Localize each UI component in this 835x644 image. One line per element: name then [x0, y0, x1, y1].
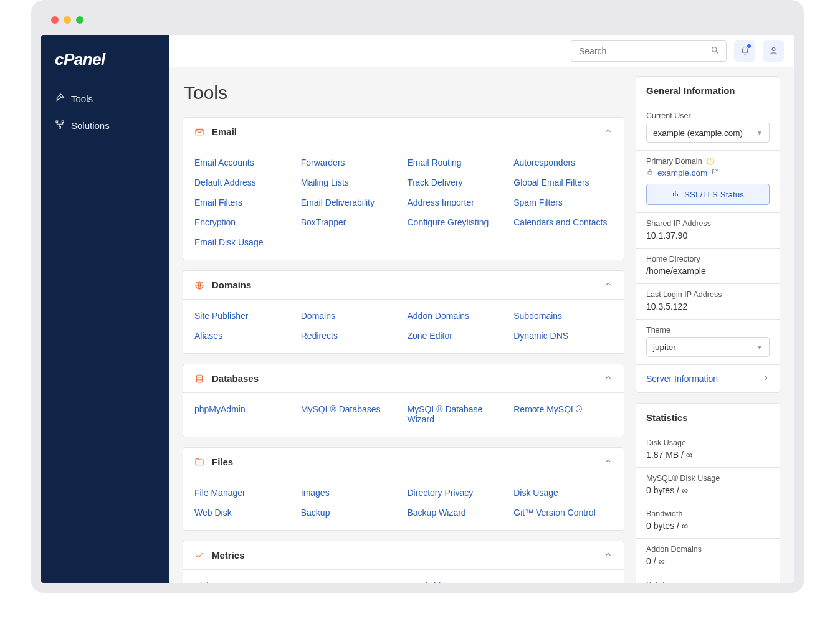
stat-row: Addon Domains0 / ∞ [636, 539, 780, 574]
tool-link[interactable]: Disk Usage [513, 488, 613, 498]
tool-link[interactable]: Track Delivery [408, 178, 507, 187]
tool-link[interactable]: Visitors [194, 581, 293, 583]
tool-link[interactable]: Zone Editor [408, 331, 507, 341]
info-label: Last Login IP Address [646, 290, 770, 299]
search-input[interactable] [578, 45, 710, 57]
right-column: General Information Current User example… [636, 76, 780, 583]
section-header[interactable]: Metrics [183, 541, 624, 570]
email-icon [194, 127, 204, 137]
home-directory-section: Home Directory /home/example [636, 249, 780, 284]
tool-link[interactable]: Domains [301, 311, 400, 321]
caret-down-icon: ▼ [756, 344, 763, 351]
tool-link[interactable]: File Manager [194, 488, 293, 498]
tool-link[interactable]: Site Publisher [194, 311, 293, 321]
ssl-tls-status-button[interactable]: SSL/TLS Status [646, 184, 770, 205]
section-header[interactable]: Domains [183, 271, 624, 300]
notification-dot-icon [747, 44, 751, 48]
tool-link[interactable]: Encryption [194, 217, 293, 227]
section-header[interactable]: Databases [183, 364, 624, 393]
search-input-container[interactable] [571, 40, 727, 62]
stat-row: Bandwidth0 bytes / ∞ [636, 503, 780, 539]
caret-down-icon: ▼ [756, 130, 763, 136]
section-header[interactable]: Files [183, 448, 624, 476]
tool-link[interactable]: Spam Filters [513, 197, 613, 207]
databases-icon [194, 374, 204, 384]
window-controls [41, 10, 794, 35]
window-maximize-icon[interactable] [76, 16, 84, 24]
tool-link[interactable]: Backup Wizard [408, 508, 507, 518]
shared-ip-section: Shared IP Address 10.1.37.90 [636, 213, 780, 249]
tool-link[interactable]: Forwarders [301, 158, 400, 168]
tool-link[interactable]: Raw Access [513, 581, 613, 583]
page-title: Tools [184, 82, 623, 103]
sidebar-item-label: Solutions [71, 120, 110, 131]
tool-link[interactable]: Aliases [194, 331, 293, 341]
tool-link[interactable]: Web Disk [194, 508, 293, 518]
server-information-link[interactable]: Server Information [636, 365, 780, 392]
section-card-metrics: MetricsVisitorsErrorsBandwidthRaw Access [183, 541, 624, 583]
content: Tools EmailEmail AccountsForwardersEmail… [169, 67, 794, 583]
svg-rect-0 [56, 121, 58, 123]
user-menu-button[interactable] [763, 40, 784, 62]
link-text: Server Information [646, 374, 718, 384]
tool-link[interactable]: Email Deliverability [301, 197, 400, 207]
link-grid: Site PublisherDomainsAddon DomainsSubdom… [194, 307, 613, 347]
topbar [169, 35, 794, 67]
info-label: Current User [646, 111, 770, 120]
tool-link[interactable]: Remote MySQL® [513, 404, 613, 424]
primary-domain-section: Primary Domain example.com [636, 151, 780, 213]
tool-link[interactable]: Dynamic DNS [513, 331, 613, 341]
stat-row: Subdomains [636, 574, 780, 583]
tool-link[interactable]: Address Importer [408, 197, 507, 207]
section-header[interactable]: Email [183, 118, 624, 146]
tool-link[interactable]: BoxTrapper [301, 217, 400, 227]
notifications-button[interactable] [734, 40, 755, 62]
tool-link[interactable]: Email Filters [194, 197, 293, 207]
tool-link[interactable]: Email Routing [408, 158, 507, 168]
sidebar-item-solutions[interactable]: Solutions [41, 112, 169, 139]
section-body: VisitorsErrorsBandwidthRaw Access [183, 570, 624, 583]
tool-link[interactable]: Email Disk Usage [194, 237, 293, 247]
brand-logo: cPanel [41, 44, 169, 85]
svg-point-3 [712, 47, 717, 52]
section-card-databases: DatabasesphpMyAdminMySQL® DatabasesMySQL… [183, 364, 624, 437]
search-icon [710, 45, 720, 57]
tool-link[interactable]: Directory Privacy [408, 488, 507, 498]
tool-link[interactable]: Git™ Version Control [513, 508, 613, 518]
metrics-icon [194, 551, 204, 561]
chevron-up-icon [604, 373, 613, 384]
sidebar: cPanel Tools Solutions [41, 35, 169, 583]
chevron-up-icon [604, 280, 613, 290]
window-close-icon[interactable] [51, 16, 59, 24]
svg-rect-1 [62, 121, 64, 123]
window-minimize-icon[interactable] [64, 16, 71, 24]
section-title: Databases [212, 373, 259, 384]
current-user-select[interactable]: example (example.com) ▼ [646, 123, 770, 143]
chart-bar-icon [672, 190, 679, 199]
section-title: Metrics [212, 550, 245, 561]
theme-select[interactable]: jupiter ▼ [646, 337, 770, 357]
tool-link[interactable]: MySQL® Database Wizard [408, 404, 507, 424]
theme-section: Theme jupiter ▼ [636, 320, 780, 365]
tool-link[interactable]: Email Accounts [194, 158, 293, 168]
tool-link[interactable]: phpMyAdmin [194, 404, 293, 424]
tool-link[interactable]: Configure Greylisting [408, 217, 507, 227]
general-information-panel: General Information Current User example… [636, 76, 780, 393]
tool-link[interactable]: Calendars and Contacts [513, 217, 613, 227]
tool-link[interactable]: Subdomains [513, 311, 613, 321]
tool-link[interactable]: Bandwidth [408, 581, 507, 583]
tool-link[interactable]: Addon Domains [408, 311, 507, 321]
tool-link[interactable]: MySQL® Databases [301, 404, 400, 424]
tool-link[interactable]: Mailing Lists [301, 178, 400, 187]
section-body: Site PublisherDomainsAddon DomainsSubdom… [183, 300, 624, 353]
primary-domain-link[interactable]: example.com [646, 168, 770, 178]
tool-link[interactable]: Global Email Filters [513, 178, 613, 187]
tool-link[interactable]: Redirects [301, 331, 400, 341]
tool-link[interactable]: Autoresponders [513, 158, 613, 168]
tool-link[interactable]: Images [301, 488, 400, 498]
tool-link[interactable]: Default Address [194, 178, 293, 187]
tool-link[interactable]: Errors [301, 581, 400, 583]
tool-link[interactable]: Backup [301, 508, 400, 518]
sidebar-item-tools[interactable]: Tools [41, 85, 169, 112]
section-title: Domains [212, 280, 251, 290]
